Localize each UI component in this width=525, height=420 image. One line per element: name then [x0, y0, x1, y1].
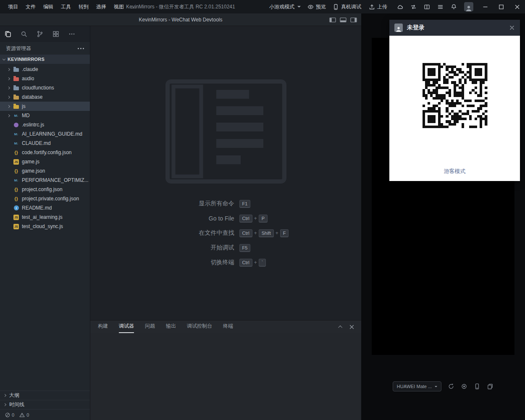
project-root-label: KEVINMIRRORS	[8, 57, 45, 62]
file-name: js	[22, 103, 26, 109]
toggle-panel-icon[interactable]	[340, 17, 346, 23]
device-selector[interactable]: HUAWEI Mate ...	[393, 381, 441, 391]
panel-tab-0[interactable]: 构建	[98, 323, 108, 333]
upload-button[interactable]: 上传	[369, 3, 387, 10]
shortcut-keys: Ctrl+P	[239, 215, 268, 223]
chevron-right-icon	[7, 77, 10, 80]
activity-bar	[0, 26, 90, 42]
timeline-section[interactable]: 时间线	[0, 400, 90, 409]
editor-watermark	[165, 79, 287, 184]
markdown-icon: M↓	[13, 114, 19, 118]
search-icon[interactable]	[20, 30, 28, 38]
tree-item-2[interactable]: cloudfunctions	[0, 83, 90, 92]
remote-debug-button[interactable]: 真机调试	[333, 3, 361, 10]
menu-item-4[interactable]: 转到	[75, 0, 92, 13]
more-tools-icon[interactable]	[68, 30, 76, 38]
preview-button[interactable]: 预览	[307, 3, 326, 10]
editor-area: 显示所有命令F1Go to FileCtrl+P在文件中查找Ctrl+Shift…	[90, 26, 361, 320]
tree-item-14[interactable]: {}project.private.config.json	[0, 194, 90, 203]
chevron-right-icon	[7, 105, 10, 108]
plus-separator: +	[254, 215, 257, 221]
shortcut-label: 开始调试	[163, 244, 234, 252]
notifications-button[interactable]	[447, 0, 460, 13]
keycap: Ctrl	[239, 215, 252, 223]
panel-tab-1[interactable]: 调试器	[119, 323, 134, 333]
tree-item-3[interactable]: database	[0, 92, 90, 102]
record-icon[interactable]	[461, 383, 467, 390]
tree-item-11[interactable]: {}game.json	[0, 166, 90, 176]
tree-item-6[interactable]: .eslintrc.js	[0, 120, 90, 129]
qr-code[interactable]	[422, 63, 487, 128]
keycap: F5	[239, 244, 251, 252]
menu-item-6[interactable]: 视图	[110, 0, 128, 13]
panel-tab-4[interactable]: 调试控制台	[187, 323, 212, 333]
minimize-button[interactable]	[477, 0, 493, 13]
chevron-right-icon	[7, 95, 10, 98]
cloud-sync-button[interactable]	[393, 0, 407, 13]
status-warnings[interactable]: 0	[19, 412, 29, 417]
explorer-more-icon[interactable]	[78, 48, 84, 49]
menu-item-0[interactable]: 项目	[4, 0, 22, 13]
tree-item-15[interactable]: iREADME.md	[0, 203, 90, 213]
compare-button[interactable]	[407, 0, 420, 13]
menu-item-1[interactable]: 文件	[22, 0, 39, 13]
layout-button[interactable]	[420, 0, 433, 13]
maximize-icon	[498, 4, 504, 10]
tree-item-5[interactable]: M↓MD	[0, 111, 90, 120]
chevron-down-icon	[3, 57, 5, 60]
titlebar-actions: 小游戏模式 预览 真机调试 上传	[269, 0, 525, 13]
json-file-icon: {}	[13, 196, 19, 201]
panel-tab-3[interactable]: 输出	[166, 323, 176, 333]
tree-item-7[interactable]: M↓AI_LEARNING_GUIDE.md	[0, 129, 90, 139]
upload-icon	[369, 4, 375, 10]
file-tree: .claudeaudiocloudfunctionsdatabasejsM↓MD…	[0, 64, 90, 231]
toggle-sidebar-icon[interactable]	[329, 17, 336, 23]
js-file-icon: JS	[13, 159, 19, 165]
menu-item-3[interactable]: 工具	[57, 0, 75, 13]
close-icon	[514, 4, 520, 10]
shortcut-keys: F5	[239, 244, 251, 252]
file-name: audio	[22, 76, 34, 81]
phone-icon[interactable]	[474, 383, 480, 390]
toggle-simulator-icon[interactable]	[350, 17, 357, 23]
file-name: README.md	[22, 205, 52, 211]
tree-item-4[interactable]: js	[0, 102, 90, 111]
shortcut-label: Go to File	[163, 215, 234, 222]
json-file-icon: {}	[13, 168, 19, 173]
menu-item-2[interactable]: 编辑	[39, 0, 57, 13]
tree-item-1[interactable]: audio	[0, 74, 90, 83]
rotate-icon[interactable]	[448, 383, 454, 390]
explorer-icon[interactable]	[4, 30, 12, 38]
tree-item-10[interactable]: JSgame.js	[0, 157, 90, 166]
status-bar: 0 0	[0, 409, 90, 420]
maximize-button[interactable]	[493, 0, 509, 13]
keycap: P	[259, 215, 268, 223]
tree-item-0[interactable]: .claude	[0, 65, 90, 74]
panel-tab-5[interactable]: 终端	[223, 323, 233, 333]
outline-section[interactable]: 大纲	[0, 391, 90, 400]
keycap: F	[280, 229, 289, 237]
login-close-button[interactable]	[509, 25, 515, 31]
more-menu-button[interactable]	[433, 0, 447, 13]
panel-tab-2[interactable]: 问题	[145, 323, 155, 333]
tree-item-13[interactable]: {}project.config.json	[0, 185, 90, 194]
status-errors[interactable]: 0	[5, 412, 14, 417]
tree-item-17[interactable]: JStest_cloud_sync.js	[0, 222, 90, 231]
tree-item-16[interactable]: JStest_ai_learning.js	[0, 213, 90, 222]
mode-selector[interactable]: 小游戏模式	[269, 3, 301, 10]
tree-item-9[interactable]: {}code.fortify.config.json	[0, 148, 90, 157]
menu-item-5[interactable]: 选择	[92, 0, 110, 13]
file-name: PERFORMANCE_OPTIMIZ...	[22, 177, 89, 183]
close-button[interactable]	[509, 0, 525, 13]
project-root[interactable]: KEVINMIRRORS	[0, 55, 90, 64]
git-branch-icon[interactable]	[36, 30, 44, 38]
tree-item-12[interactable]: M↓PERFORMANCE_OPTIMIZ...	[0, 176, 90, 185]
grid-icon[interactable]	[52, 30, 60, 38]
shortcut-row-3: 开始调试F5	[163, 243, 289, 252]
close-panel-icon[interactable]	[349, 324, 354, 330]
file-name: game.js	[22, 159, 39, 165]
account-button[interactable]	[460, 0, 477, 13]
tree-item-8[interactable]: M↓CLAUDE.md	[0, 139, 90, 148]
guest-mode-link[interactable]: 游客模式	[389, 168, 520, 175]
duplicate-window-icon[interactable]	[487, 383, 494, 390]
